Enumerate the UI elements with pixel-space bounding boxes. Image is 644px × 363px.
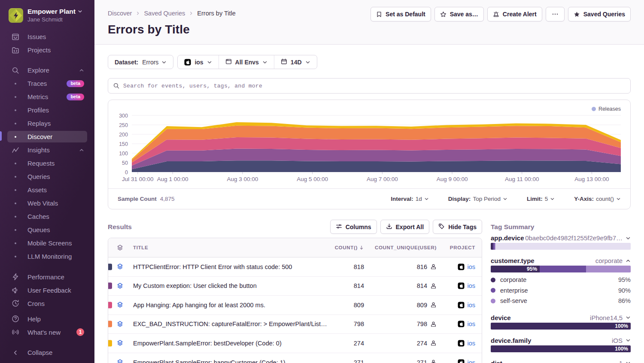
sidebar-item-mobile-screens[interactable]: Mobile Screens xyxy=(0,236,94,250)
breadcrumb-discover[interactable]: Discover xyxy=(108,10,132,17)
sidebar-item-user-feedback[interactable]: User Feedback xyxy=(0,284,94,297)
search-input[interactable] xyxy=(123,83,625,89)
sidebar-item-label: Crons xyxy=(27,300,84,307)
sidebar-item-web-vitals[interactable]: Web Vitals xyxy=(0,197,94,210)
table-row[interactable]: HTTPClientError: HTTP Client Error with … xyxy=(108,257,482,277)
sidebar-item-metrics[interactable]: Metrics beta xyxy=(0,90,94,103)
tag-distribution-bar[interactable]: 95% xyxy=(491,266,631,272)
active-item-edge xyxy=(0,131,2,141)
tag-distribution-bar[interactable]: 100% xyxy=(491,345,631,352)
tag-distribution-bar[interactable] xyxy=(491,243,631,250)
sidebar-group-insights[interactable]: Insights xyxy=(0,143,94,157)
sidebar-item-help[interactable]: Help xyxy=(0,312,94,326)
sidebar-item-caches[interactable]: Caches xyxy=(0,210,94,223)
clock-icon xyxy=(7,299,24,307)
tag-value[interactable]: corporate xyxy=(595,257,631,264)
legend-percent: 95% xyxy=(618,276,631,283)
set-as-default-button[interactable]: Set as Default xyxy=(371,7,431,21)
row-title[interactable]: EXC_BAD_INSTRUCTION: captureFatalError: … xyxy=(133,321,328,327)
row-title[interactable]: My Custom exeption: User clicked the but… xyxy=(133,282,328,289)
project-filter[interactable]: ios xyxy=(178,55,218,69)
row-project[interactable]: ios xyxy=(437,263,482,270)
column-header-count[interactable]: COUNT() xyxy=(328,245,364,250)
sidebar-item-queues[interactable]: Queues xyxy=(0,223,94,236)
export-all-button[interactable]: Export All xyxy=(380,220,430,234)
row-project[interactable]: ios xyxy=(437,321,482,327)
chevron-up-icon xyxy=(79,68,84,73)
issues-icon xyxy=(7,33,24,41)
sidebar-item-label: Web Vitals xyxy=(27,200,84,207)
results-title: Results xyxy=(108,223,132,231)
column-header-project[interactable]: PROJECT xyxy=(437,245,482,250)
row-title[interactable]: EmpowerPlant.SampleError: bestDeveloper … xyxy=(133,340,328,347)
sidebar-item-queries[interactable]: Queries xyxy=(0,170,94,183)
project-link[interactable]: ios xyxy=(467,340,475,347)
row-title[interactable]: EmpowerPlant.SampleError: happyCustomer … xyxy=(133,359,328,363)
sidebar-item-replays[interactable]: Replays xyxy=(0,117,94,130)
tag-value[interactable]: iPhone14,5 xyxy=(590,314,631,321)
sidebar-group-explore[interactable]: Explore xyxy=(0,64,94,77)
create-alert-button[interactable]: Create Alert xyxy=(487,7,542,21)
project-link[interactable]: ios xyxy=(467,302,475,309)
display-value: Top Period xyxy=(473,196,501,202)
save-as-button[interactable]: Save as… xyxy=(434,7,484,21)
sidebar-item-requests[interactable]: Requests xyxy=(0,157,94,170)
project-link[interactable]: ios xyxy=(467,263,475,270)
sidebar-item-issues[interactable]: Issues xyxy=(0,30,94,43)
table-row[interactable]: EXC_BAD_INSTRUCTION: captureFatalError: … xyxy=(108,315,482,334)
tag-bar-segment xyxy=(495,243,631,250)
tag-value[interactable]: iOS xyxy=(612,337,631,344)
row-project[interactable]: ios xyxy=(437,340,482,347)
sidebar-collapse-button[interactable]: Collapse xyxy=(0,346,94,359)
tag-distribution-bar[interactable]: 100% xyxy=(491,323,631,330)
tag-legend-row[interactable]: corporate 95% xyxy=(491,275,631,285)
row-title[interactable]: HTTPClientError: HTTP Client Error with … xyxy=(133,263,328,270)
row-project[interactable]: ios xyxy=(437,359,482,363)
limit-control[interactable]: Limit: 5 xyxy=(527,196,555,202)
sidebar-item-traces[interactable]: Traces beta xyxy=(0,77,94,90)
environment-filter[interactable]: All Envs xyxy=(219,55,274,69)
saved-queries-button[interactable]: Saved Queries xyxy=(568,7,631,21)
more-options-button[interactable] xyxy=(546,7,565,21)
table-row[interactable]: My Custom exeption: User clicked the but… xyxy=(108,277,482,296)
sidebar-item-assets[interactable]: Assets xyxy=(0,183,94,197)
project-link[interactable]: ios xyxy=(467,321,475,327)
sidebar-item-crons[interactable]: Crons xyxy=(0,297,94,310)
table-row[interactable]: EmpowerPlant.SampleError: happyCustomer … xyxy=(108,353,482,363)
sidebar-item-performance[interactable]: Performance xyxy=(0,270,94,284)
yaxis-control[interactable]: Y-Axis: count() xyxy=(574,196,621,202)
breadcrumb-saved-queries[interactable]: Saved Queries xyxy=(144,10,185,17)
row-title[interactable]: App Hanging: App hanging for at least 20… xyxy=(133,302,328,309)
project-link[interactable]: ios xyxy=(467,282,475,289)
chevron-down-icon xyxy=(616,197,621,201)
column-header-count-unique[interactable]: COUNT_UNIQUE(USER) xyxy=(364,245,437,250)
tag-legend-row[interactable]: self-serve 86% xyxy=(491,296,631,306)
tag-value[interactable]: 0baebc0de4982f1255f2e9e9fb7… xyxy=(525,234,631,242)
tag-bar-segment: 100% xyxy=(491,323,631,330)
hide-tags-button[interactable]: Hide Tags xyxy=(433,220,482,234)
table-row[interactable]: App Hanging: App hanging for at least 20… xyxy=(108,296,482,315)
tag-value[interactable]: 1 xyxy=(619,360,631,363)
columns-button[interactable]: Columns xyxy=(330,220,377,234)
date-range-filter[interactable]: 14D xyxy=(274,55,317,69)
sidebar-item-whats-new[interactable]: What's new 1 xyxy=(0,326,94,339)
interval-control[interactable]: Interval: 1d xyxy=(391,196,429,202)
project-link[interactable]: ios xyxy=(467,359,475,363)
column-header-title[interactable]: TITLE xyxy=(133,245,328,250)
table-row[interactable]: EmpowerPlant.SampleError: bestDeveloper … xyxy=(108,334,482,353)
stack-icon xyxy=(116,339,124,347)
row-project[interactable]: ios xyxy=(437,302,482,309)
org-switcher[interactable]: Empower Plant Jane Schmidt xyxy=(0,0,94,24)
sidebar-item-discover[interactable]: Discover xyxy=(0,130,94,143)
sidebar-item-projects[interactable]: Projects xyxy=(0,43,94,57)
discover-chart-svg[interactable]: 050100150200250300Jul 31 00:00Aug 1 00:0… xyxy=(108,100,630,189)
row-count: 818 xyxy=(328,263,364,270)
tag-legend-row[interactable]: enterprise 90% xyxy=(491,285,631,296)
dataset-selector[interactable]: Dataset: Errors xyxy=(108,55,173,69)
sidebar-item-profiles[interactable]: Profiles xyxy=(0,103,94,117)
row-project[interactable]: ios xyxy=(437,282,482,289)
sidebar-item-llm-monitoring[interactable]: LLM Monitoring xyxy=(0,250,94,263)
button-label: Columns xyxy=(346,224,371,230)
display-control[interactable]: Display: Top Period xyxy=(448,196,507,202)
legend-dot-icon xyxy=(491,299,495,303)
